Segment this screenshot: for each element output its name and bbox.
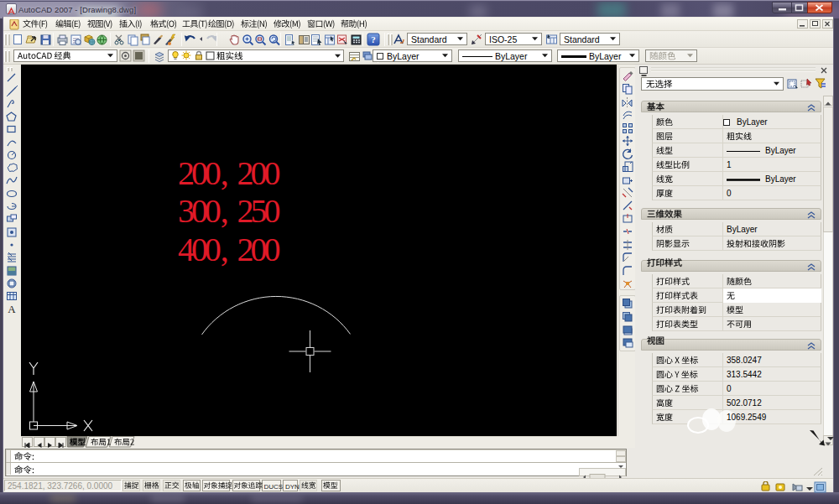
svg-text:A: A	[8, 303, 16, 314]
svg-text:?: ?	[371, 34, 376, 44]
